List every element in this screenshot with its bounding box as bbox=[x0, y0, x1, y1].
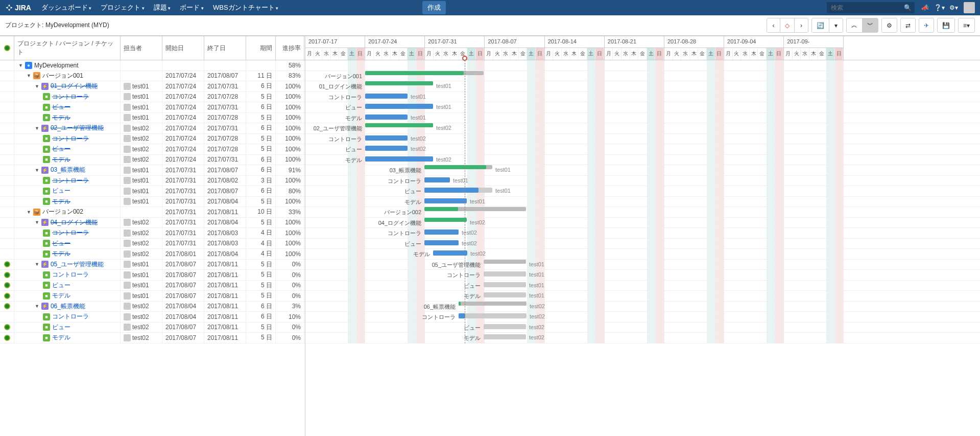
tree-row[interactable]: ■モデル test02 2017/07/24 2017/07/31 6 日 10… bbox=[0, 155, 305, 166]
row-name[interactable]: モデル bbox=[52, 155, 70, 164]
tree-row[interactable]: ■モデル test02 2017/08/07 2017/08/11 5 日 0% bbox=[0, 333, 305, 343]
tree-toggle[interactable]: ▼ bbox=[18, 63, 23, 68]
task-bar[interactable] bbox=[365, 156, 433, 162]
tree-row[interactable]: ▼📦バージョン002 2017/07/31 2017/08/11 10 日 33… bbox=[0, 207, 305, 218]
refresh-button[interactable]: 🔄 bbox=[812, 18, 829, 32]
row-name[interactable]: ビュー bbox=[52, 239, 70, 248]
row-name[interactable]: 03_帳票機能 bbox=[51, 166, 85, 174]
task-bar[interactable] bbox=[424, 198, 467, 203]
task-bar[interactable] bbox=[365, 135, 408, 141]
summary-bar-bg[interactable] bbox=[459, 302, 527, 306]
tree-row[interactable]: ■ビュー test02 2017/08/07 2017/08/11 5 日 0% bbox=[0, 323, 305, 333]
nav-item[interactable]: ボード bbox=[180, 3, 204, 12]
tree-row[interactable]: ■コントローラ test01 2017/07/24 2017/07/28 5 日… bbox=[0, 92, 305, 103]
nav-item[interactable]: プロジェクト bbox=[101, 3, 145, 12]
task-bar[interactable] bbox=[424, 177, 450, 182]
row-name[interactable]: ビュー bbox=[52, 187, 70, 195]
summary-bar[interactable] bbox=[424, 218, 467, 222]
task-bar-bg[interactable] bbox=[484, 324, 526, 329]
task-bar-bg[interactable] bbox=[459, 313, 527, 318]
row-name[interactable]: コントローラ bbox=[52, 228, 89, 237]
nav-item[interactable]: ダッシュボード bbox=[41, 3, 92, 12]
next-button[interactable]: › bbox=[795, 18, 808, 32]
tree-row[interactable]: ▼📦バージョン001 2017/07/24 2017/08/07 11 日 83… bbox=[0, 71, 305, 82]
row-name[interactable]: モデル bbox=[52, 249, 70, 258]
refresh-dropdown[interactable]: ▾ bbox=[829, 18, 843, 32]
row-name[interactable]: ビュー bbox=[52, 103, 70, 111]
grid-body[interactable]: ▼●MyDevelopment 58% ▼📦バージョン001 2017/07/2… bbox=[0, 60, 305, 436]
task-bar-bg[interactable] bbox=[484, 334, 526, 339]
gantt-chart[interactable]: 2017-07-17月火水木金土日2017-07-24月火水木金土日2017-0… bbox=[305, 36, 980, 436]
tree-row[interactable]: ■モデル test01 2017/07/31 2017/08/04 5 日 10… bbox=[0, 197, 305, 208]
avatar[interactable] bbox=[964, 2, 975, 13]
row-name[interactable]: モデル bbox=[52, 291, 70, 300]
tree-toggle[interactable]: ▼ bbox=[35, 220, 39, 225]
row-name[interactable]: ビュー bbox=[52, 281, 70, 290]
summary-bar-bg[interactable] bbox=[484, 260, 526, 264]
summary-bar[interactable] bbox=[365, 71, 464, 75]
tree-row[interactable]: ▼⚡02_ユーザ管理機能 test02 2017/07/24 2017/07/3… bbox=[0, 123, 305, 134]
task-bar-bg[interactable] bbox=[484, 282, 526, 287]
row-name[interactable]: コントローラ bbox=[52, 93, 89, 101]
tree-row[interactable]: ■コントローラ test02 2017/08/04 2017/08/11 6 日… bbox=[0, 312, 305, 323]
summary-bar[interactable] bbox=[424, 207, 458, 211]
nav-item[interactable]: 課題 bbox=[154, 3, 171, 12]
row-name[interactable]: ビュー bbox=[52, 323, 70, 332]
summary-bar[interactable] bbox=[459, 302, 461, 306]
col-start[interactable]: 開始日 bbox=[162, 36, 204, 60]
task-bar[interactable] bbox=[365, 146, 408, 151]
col-assignee[interactable]: 担当者 bbox=[121, 36, 162, 60]
tree-row[interactable]: ■コントローラ test02 2017/07/24 2017/07/28 5 日… bbox=[0, 134, 305, 145]
task-bar[interactable] bbox=[424, 240, 459, 245]
row-name[interactable]: モデル bbox=[52, 113, 70, 122]
gear-icon[interactable]: ⚙▾ bbox=[949, 4, 958, 12]
col-status[interactable] bbox=[0, 36, 14, 60]
tree-toggle[interactable]: ▼ bbox=[27, 73, 31, 78]
row-name[interactable]: 01_ログイン機能 bbox=[51, 82, 98, 90]
tree-row[interactable]: ■コントローラ test01 2017/08/07 2017/08/11 5 日… bbox=[0, 270, 305, 281]
search-icon[interactable]: 🔍 bbox=[903, 4, 912, 12]
row-name[interactable]: バージョン001 bbox=[42, 72, 83, 80]
row-name[interactable]: バージョン002 bbox=[42, 208, 83, 216]
tree-row[interactable]: ■ビュー test01 2017/07/24 2017/07/31 6 日 10… bbox=[0, 102, 305, 113]
row-name[interactable]: コントローラ bbox=[52, 312, 89, 321]
tree-toggle[interactable]: ▼ bbox=[35, 84, 39, 89]
create-button[interactable]: 作成 bbox=[422, 1, 446, 14]
row-name[interactable]: 04_ログイン機能 bbox=[51, 218, 98, 227]
tree-row[interactable]: ▼●MyDevelopment 58% bbox=[0, 60, 305, 71]
prev-button[interactable]: ‹ bbox=[767, 18, 780, 32]
col-duration[interactable]: 期間 bbox=[246, 36, 276, 60]
task-bar-bg[interactable] bbox=[484, 271, 526, 277]
row-name[interactable]: コントローラ bbox=[52, 270, 89, 279]
megaphone-icon[interactable]: 📣 bbox=[921, 4, 929, 12]
jira-logo[interactable]: JIRA bbox=[5, 4, 31, 12]
task-bar[interactable] bbox=[424, 230, 459, 235]
tree-toggle[interactable]: ▼ bbox=[35, 168, 39, 173]
tree-row[interactable]: ▼⚡06_帳票機能 test02 2017/08/04 2017/08/11 6… bbox=[0, 302, 305, 312]
collapse-button[interactable]: ︽ bbox=[847, 18, 863, 32]
tree-row[interactable]: ■コントローラ test01 2017/07/31 2017/08/02 3 日… bbox=[0, 176, 305, 187]
tree-row[interactable]: ■モデル test01 2017/08/07 2017/08/11 5 日 0% bbox=[0, 291, 305, 302]
task-bar[interactable] bbox=[433, 250, 467, 256]
summary-bar[interactable] bbox=[424, 165, 486, 169]
tree-toggle[interactable]: ▼ bbox=[35, 304, 39, 309]
row-name[interactable]: ビュー bbox=[52, 145, 70, 153]
tree-row[interactable]: ▼⚡04_ログイン機能 test02 2017/07/31 2017/08/04… bbox=[0, 218, 305, 228]
summary-bar[interactable] bbox=[365, 81, 433, 85]
save-button[interactable]: 💾 bbox=[938, 18, 954, 32]
row-name[interactable]: モデル bbox=[52, 197, 70, 206]
tree-row[interactable]: ■コントローラ test02 2017/07/31 2017/08/03 4 日… bbox=[0, 228, 305, 239]
col-name[interactable]: プロジェクト / バージョン / チケット bbox=[14, 36, 121, 60]
tree-row[interactable]: ■モデル test01 2017/07/24 2017/07/28 5 日 10… bbox=[0, 113, 305, 124]
expand-button[interactable]: ︾ bbox=[863, 18, 878, 32]
tree-row[interactable]: ■ビュー test02 2017/07/31 2017/08/03 4 日 10… bbox=[0, 239, 305, 249]
row-name[interactable]: 02_ユーザ管理機能 bbox=[51, 124, 104, 132]
menu-button[interactable]: ≡▾ bbox=[959, 18, 974, 32]
tree-row[interactable]: ▼⚡05_ユーザ管理機能 test01 2017/08/07 2017/08/1… bbox=[0, 260, 305, 270]
col-end[interactable]: 終了日 bbox=[204, 36, 246, 60]
row-name[interactable]: 05_ユーザ管理機能 bbox=[51, 260, 104, 269]
tree-row[interactable]: ▼⚡03_帳票機能 test01 2017/07/31 2017/08/07 6… bbox=[0, 165, 305, 176]
row-name[interactable]: コントローラ bbox=[52, 176, 89, 185]
tree-row[interactable]: ▼⚡01_ログイン機能 test01 2017/07/24 2017/07/31… bbox=[0, 81, 305, 92]
help-icon[interactable]: ❔▾ bbox=[935, 4, 943, 12]
